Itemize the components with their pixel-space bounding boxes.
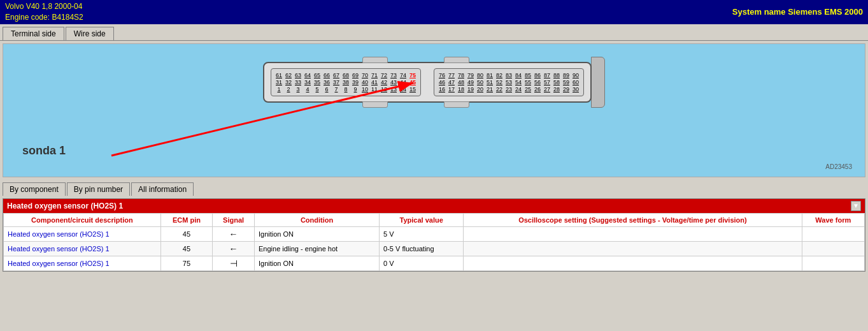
pin-52[interactable]: 52 bbox=[495, 79, 503, 85]
pin-29[interactable]: 29 bbox=[562, 86, 570, 92]
pin-24[interactable]: 24 bbox=[515, 86, 522, 92]
tab-terminal-side[interactable]: Terminal side bbox=[3, 27, 64, 40]
pin-1[interactable]: 1 bbox=[275, 86, 283, 92]
pin-28[interactable]: 28 bbox=[553, 86, 560, 92]
col-wave-form: Wave form bbox=[802, 213, 864, 226]
pin-50[interactable]: 50 bbox=[476, 79, 484, 85]
pin-77[interactable]: 77 bbox=[448, 72, 455, 78]
pin-34[interactable]: 34 bbox=[304, 79, 311, 85]
pin-2[interactable]: 2 bbox=[285, 86, 292, 92]
pin-37[interactable]: 37 bbox=[332, 79, 340, 85]
pin-47[interactable]: 47 bbox=[448, 79, 455, 85]
pin-66[interactable]: 66 bbox=[323, 72, 331, 78]
bottom-tab-by-pin[interactable]: By pin number bbox=[67, 182, 130, 196]
pin-48[interactable]: 48 bbox=[457, 79, 465, 85]
pin-56[interactable]: 56 bbox=[534, 79, 541, 85]
pin-43[interactable]: 43 bbox=[390, 79, 397, 85]
pin-70[interactable]: 70 bbox=[361, 72, 369, 78]
pin-49[interactable]: 49 bbox=[467, 79, 474, 85]
pin-86[interactable]: 86 bbox=[534, 72, 541, 78]
pin-60[interactable]: 60 bbox=[572, 79, 580, 85]
pin-13[interactable]: 13 bbox=[390, 86, 397, 92]
pin-39[interactable]: 39 bbox=[352, 79, 359, 85]
component-link[interactable]: Heated oxygen sensor (HO2S) 1 bbox=[8, 260, 110, 267]
pin-71[interactable]: 71 bbox=[371, 72, 378, 78]
pin-53[interactable]: 53 bbox=[505, 79, 513, 85]
component-link[interactable]: Heated oxygen sensor (HO2S) 1 bbox=[8, 230, 110, 238]
pin-9[interactable]: 9 bbox=[352, 86, 359, 92]
pin-44[interactable]: 44 bbox=[399, 79, 407, 85]
tab-wire-side[interactable]: Wire side bbox=[66, 27, 114, 40]
pin-84[interactable]: 84 bbox=[515, 72, 522, 78]
pin-31[interactable]: 31 bbox=[275, 79, 283, 85]
pin-35[interactable]: 35 bbox=[313, 79, 321, 85]
pin-57[interactable]: 57 bbox=[543, 79, 551, 85]
pin-64[interactable]: 64 bbox=[304, 72, 311, 78]
pin-36[interactable]: 36 bbox=[323, 79, 331, 85]
pin-33[interactable]: 33 bbox=[294, 79, 302, 85]
pin-20[interactable]: 20 bbox=[476, 86, 484, 92]
pin-41[interactable]: 41 bbox=[371, 79, 378, 85]
pin-42[interactable]: 42 bbox=[380, 79, 388, 85]
pin-15[interactable]: 15 bbox=[409, 86, 416, 92]
pin-74[interactable]: 74 bbox=[399, 72, 407, 78]
pin-58[interactable]: 58 bbox=[553, 79, 560, 85]
pin-54[interactable]: 54 bbox=[515, 79, 522, 85]
pin-65[interactable]: 65 bbox=[313, 72, 321, 78]
pin-59[interactable]: 59 bbox=[562, 79, 570, 85]
pin-16[interactable]: 16 bbox=[438, 86, 446, 92]
pin-8[interactable]: 8 bbox=[342, 86, 350, 92]
pin-11[interactable]: 11 bbox=[371, 86, 378, 92]
pin-27[interactable]: 27 bbox=[543, 86, 551, 92]
pin-17[interactable]: 17 bbox=[448, 86, 455, 92]
pin-3[interactable]: 3 bbox=[294, 86, 302, 92]
pin-89[interactable]: 89 bbox=[562, 72, 570, 78]
pin-14[interactable]: 14 bbox=[399, 86, 407, 92]
pin-75[interactable]: 75 bbox=[409, 72, 416, 78]
pin-5[interactable]: 5 bbox=[313, 86, 321, 92]
pin-63[interactable]: 63 bbox=[294, 72, 302, 78]
pin-61[interactable]: 61 bbox=[275, 72, 283, 78]
pin-82[interactable]: 82 bbox=[495, 72, 503, 78]
pin-76[interactable]: 76 bbox=[438, 72, 446, 78]
pin-45[interactable]: 45 bbox=[409, 79, 416, 85]
dropdown-button[interactable]: ▼ bbox=[851, 201, 861, 211]
pin-4[interactable]: 4 bbox=[304, 86, 311, 92]
pin-78[interactable]: 78 bbox=[457, 72, 465, 78]
pin-21[interactable]: 21 bbox=[486, 86, 494, 92]
pin-72[interactable]: 72 bbox=[380, 72, 388, 78]
pin-79[interactable]: 79 bbox=[467, 72, 474, 78]
pin-32[interactable]: 32 bbox=[285, 79, 292, 85]
pin-10[interactable]: 10 bbox=[361, 86, 369, 92]
pin-30[interactable]: 30 bbox=[572, 86, 580, 92]
pin-46[interactable]: 46 bbox=[438, 79, 446, 85]
pin-25[interactable]: 25 bbox=[524, 86, 532, 92]
pin-19[interactable]: 19 bbox=[467, 86, 474, 92]
pin-6[interactable]: 6 bbox=[323, 86, 331, 92]
pin-18[interactable]: 18 bbox=[457, 86, 465, 92]
pin-22[interactable]: 22 bbox=[495, 86, 503, 92]
pin-62[interactable]: 62 bbox=[285, 72, 292, 78]
pin-80[interactable]: 80 bbox=[476, 72, 484, 78]
pin-69[interactable]: 69 bbox=[352, 72, 359, 78]
pin-87[interactable]: 87 bbox=[543, 72, 551, 78]
pin-85[interactable]: 85 bbox=[524, 72, 532, 78]
bottom-tab-by-component[interactable]: By component bbox=[3, 182, 66, 196]
pin-88[interactable]: 88 bbox=[553, 72, 560, 78]
pin-38[interactable]: 38 bbox=[342, 79, 350, 85]
pin-51[interactable]: 51 bbox=[486, 79, 494, 85]
pin-73[interactable]: 73 bbox=[390, 72, 397, 78]
pin-68[interactable]: 68 bbox=[342, 72, 350, 78]
pin-67[interactable]: 67 bbox=[332, 72, 340, 78]
pin-81[interactable]: 81 bbox=[486, 72, 494, 78]
pin-7[interactable]: 7 bbox=[332, 86, 340, 92]
pin-23[interactable]: 23 bbox=[505, 86, 513, 92]
pin-26[interactable]: 26 bbox=[534, 86, 541, 92]
pin-12[interactable]: 12 bbox=[380, 86, 388, 92]
pin-83[interactable]: 83 bbox=[505, 72, 513, 78]
pin-90[interactable]: 90 bbox=[572, 72, 580, 78]
component-link[interactable]: Heated oxygen sensor (HO2S) 1 bbox=[8, 245, 110, 253]
pin-55[interactable]: 55 bbox=[524, 79, 532, 85]
bottom-tab-all-info[interactable]: All information bbox=[131, 182, 194, 196]
pin-40[interactable]: 40 bbox=[361, 79, 369, 85]
